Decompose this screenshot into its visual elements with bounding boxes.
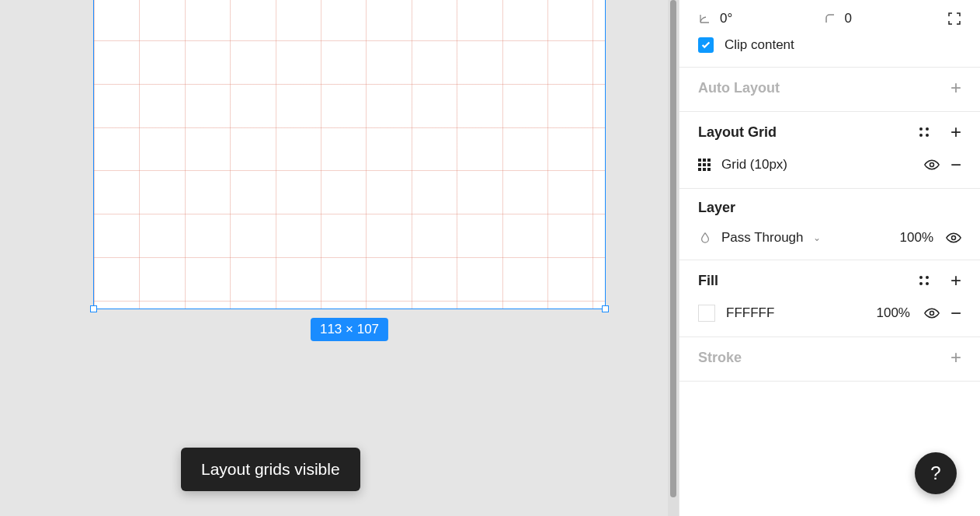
canvas-scrollbar[interactable] <box>668 0 679 516</box>
fill-hex-value[interactable]: FFFFFF <box>726 305 774 321</box>
styles-icon <box>919 276 929 285</box>
fill-color-swatch[interactable] <box>698 305 715 322</box>
clip-content-checkbox[interactable] <box>698 37 714 53</box>
corner-radius-field[interactable]: 0 <box>823 11 937 26</box>
layout-grid-title: Layout Grid <box>698 124 777 141</box>
corner-radius-icon <box>823 12 837 26</box>
corner-radius-value: 0 <box>845 11 852 26</box>
styles-icon <box>919 127 929 137</box>
stroke-section: Stroke + <box>679 337 980 382</box>
grid-styles-button[interactable] <box>919 127 929 137</box>
grid-item-label[interactable]: Grid (10px) <box>721 157 913 173</box>
svg-point-2 <box>930 312 933 316</box>
toggle-layer-visibility-button[interactable] <box>946 232 961 243</box>
add-grid-button[interactable]: + <box>950 123 961 141</box>
independent-corners-icon[interactable] <box>947 12 961 26</box>
stroke-title: Stroke <box>698 350 742 366</box>
add-fill-button[interactable]: + <box>950 271 961 290</box>
angle-icon <box>698 12 712 26</box>
add-stroke-button[interactable]: + <box>950 348 961 367</box>
layer-title: Layer <box>698 200 735 216</box>
help-label: ? <box>930 462 940 484</box>
chevron-down-icon: ⌄ <box>813 232 821 243</box>
auto-layout-title: Auto Layout <box>698 80 780 96</box>
clip-content-label: Clip content <box>725 37 794 53</box>
dimensions-badge: 113 × 107 <box>311 318 388 341</box>
layer-section: Layer Pass Through ⌄ 100% <box>679 189 980 260</box>
fill-styles-button[interactable] <box>919 276 929 285</box>
svg-point-1 <box>952 236 956 240</box>
grid-icon <box>698 159 711 171</box>
layout-grid-section: Layout Grid + Grid (10px) − <box>679 112 980 189</box>
eye-icon <box>924 159 940 170</box>
remove-grid-button[interactable]: − <box>950 155 961 174</box>
help-button[interactable]: ? <box>915 452 957 494</box>
rotation-value: 0° <box>720 11 732 26</box>
layer-opacity-value[interactable]: 100% <box>900 230 933 246</box>
svg-point-0 <box>930 163 933 167</box>
resize-handle-bottom-left[interactable] <box>90 305 97 312</box>
fill-title: Fill <box>698 273 718 289</box>
fill-opacity-value[interactable]: 100% <box>877 305 910 321</box>
toggle-grid-visibility-button[interactable] <box>924 159 940 170</box>
add-auto-layout-button[interactable]: + <box>950 78 961 97</box>
rotation-field[interactable]: 0° <box>698 11 812 26</box>
eye-icon <box>924 308 940 319</box>
remove-fill-button[interactable]: − <box>950 304 961 322</box>
toggle-fill-visibility-button[interactable] <box>924 308 940 319</box>
eye-icon <box>946 232 961 243</box>
auto-layout-section: Auto Layout + <box>679 68 980 112</box>
properties-panel: 0° 0 Clip content Auto Layout + <box>679 0 980 516</box>
resize-handle-bottom-right[interactable] <box>602 305 609 312</box>
scrollbar-thumb[interactable] <box>670 0 676 497</box>
canvas-area[interactable]: 113 × 107 Layout grids visible <box>0 0 679 516</box>
blend-mode-select[interactable]: Pass Through <box>721 230 804 246</box>
droplet-icon <box>698 231 712 245</box>
transform-section: 0° 0 Clip content <box>679 0 980 68</box>
fill-section: Fill + FFFFFF 100% − <box>679 260 980 337</box>
grid-type-icon[interactable] <box>698 159 711 171</box>
selected-frame[interactable]: 113 × 107 <box>93 0 606 309</box>
toast-notification: Layout grids visible <box>181 448 360 491</box>
